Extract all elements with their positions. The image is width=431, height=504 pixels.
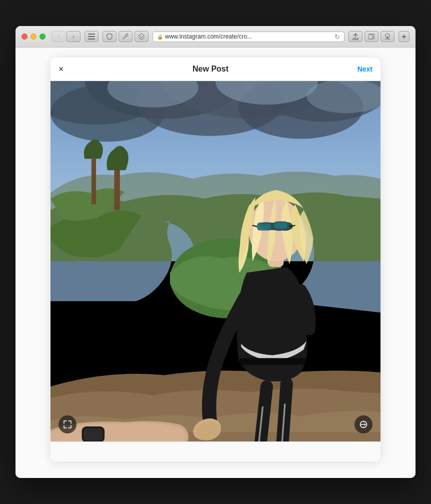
svg-rect-0 bbox=[88, 34, 95, 35]
instagram-modal: × New Post Next bbox=[50, 58, 380, 461]
sidebar-button[interactable] bbox=[84, 31, 98, 42]
duplicate-button[interactable] bbox=[364, 31, 378, 42]
share-button[interactable] bbox=[348, 31, 362, 42]
close-traffic-light[interactable] bbox=[22, 34, 28, 40]
svg-rect-17 bbox=[92, 159, 96, 204]
shield-tool-button[interactable] bbox=[102, 31, 116, 42]
minimize-traffic-light[interactable] bbox=[30, 34, 36, 40]
svg-rect-19 bbox=[240, 358, 306, 365]
maximize-traffic-light[interactable] bbox=[40, 34, 46, 40]
back-button[interactable]: ‹ bbox=[52, 31, 66, 42]
svg-rect-3 bbox=[368, 35, 373, 39]
browser-window: ‹ › bbox=[16, 26, 416, 478]
overlay-controls bbox=[50, 415, 380, 433]
close-button[interactable]: × bbox=[58, 65, 64, 74]
modal-header: × New Post Next bbox=[50, 58, 380, 81]
bottom-bar bbox=[50, 441, 380, 461]
lock-icon: 🔒 bbox=[157, 34, 163, 40]
layers-tool-button[interactable] bbox=[134, 31, 148, 42]
download-button[interactable] bbox=[380, 31, 394, 42]
image-container bbox=[50, 81, 380, 441]
modal-title: New Post bbox=[64, 65, 358, 74]
content-area: × New Post Next bbox=[16, 48, 416, 478]
adjust-button[interactable] bbox=[354, 415, 372, 433]
nav-buttons: ‹ › bbox=[52, 31, 80, 42]
photo-preview bbox=[50, 81, 380, 441]
address-bar[interactable] bbox=[165, 33, 332, 40]
next-button[interactable]: Next bbox=[358, 65, 372, 73]
svg-rect-27 bbox=[274, 223, 287, 228]
svg-rect-26 bbox=[258, 224, 270, 229]
traffic-lights bbox=[22, 34, 46, 40]
wrench-tool-button[interactable] bbox=[118, 31, 132, 42]
reload-button[interactable]: ↻ bbox=[334, 33, 340, 41]
right-buttons bbox=[348, 31, 394, 42]
svg-rect-2 bbox=[88, 39, 95, 40]
svg-rect-1 bbox=[88, 36, 95, 37]
expand-button[interactable] bbox=[58, 415, 76, 433]
address-bar-container[interactable]: 🔒 ↻ bbox=[152, 32, 344, 42]
tool-buttons bbox=[102, 31, 148, 42]
forward-button[interactable]: › bbox=[66, 31, 80, 42]
svg-rect-18 bbox=[114, 170, 120, 210]
title-bar: ‹ › bbox=[16, 26, 416, 48]
add-tab-button[interactable]: + bbox=[398, 31, 410, 42]
